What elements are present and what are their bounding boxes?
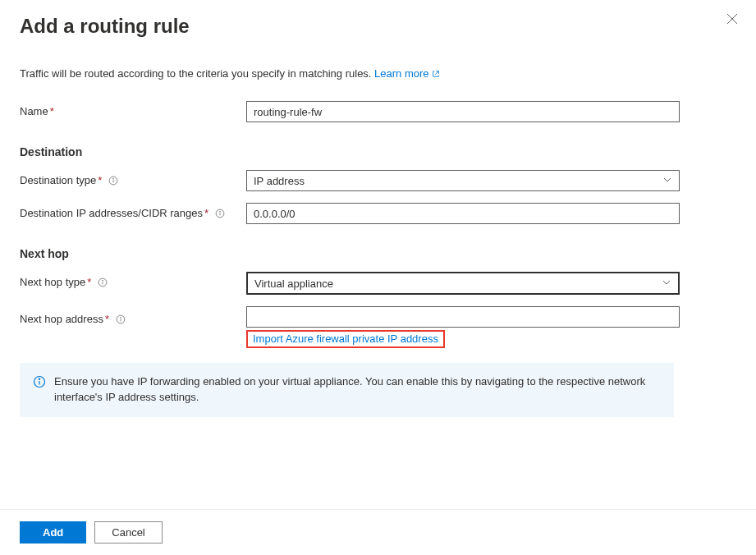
required-asterisk: * bbox=[204, 207, 208, 219]
svg-point-10 bbox=[103, 280, 103, 281]
destination-type-label-text: Destination type bbox=[20, 174, 96, 186]
close-button[interactable] bbox=[726, 13, 738, 27]
panel-footer: Add Cancel bbox=[0, 509, 756, 555]
svg-point-16 bbox=[39, 378, 39, 379]
intro-text-content: Traffic will be routed according to the … bbox=[20, 67, 374, 80]
required-asterisk: * bbox=[87, 276, 91, 288]
next-hop-heading: Next hop bbox=[20, 247, 736, 260]
info-icon[interactable] bbox=[215, 209, 225, 218]
next-hop-type-select[interactable]: Virtual appliance bbox=[246, 272, 680, 295]
panel-content: Add a routing rule Traffic will be route… bbox=[0, 0, 756, 509]
close-icon bbox=[726, 15, 738, 27]
import-firewall-ip-link[interactable]: Import Azure firewall private IP address bbox=[253, 333, 438, 345]
destination-type-row: Destination type* IP address bbox=[20, 170, 736, 191]
learn-more-link[interactable]: Learn more bbox=[374, 67, 440, 80]
add-button[interactable]: Add bbox=[20, 521, 86, 544]
next-hop-type-value: Virtual appliance bbox=[254, 278, 333, 290]
next-hop-address-input[interactable] bbox=[246, 306, 680, 328]
required-asterisk: * bbox=[105, 313, 109, 325]
svg-point-13 bbox=[120, 317, 121, 318]
destination-ip-label-text: Destination IP addresses/CIDR ranges bbox=[20, 207, 203, 219]
routing-rule-panel: Add a routing rule Traffic will be route… bbox=[0, 0, 756, 555]
next-hop-address-row: Next hop address* Import Azure firewall … bbox=[20, 306, 736, 348]
chevron-down-icon bbox=[662, 175, 672, 187]
next-hop-type-label: Next hop type* bbox=[20, 272, 246, 288]
destination-type-value: IP address bbox=[254, 175, 305, 187]
name-label: Name* bbox=[20, 101, 246, 117]
info-icon[interactable] bbox=[98, 278, 108, 287]
destination-heading: Destination bbox=[20, 145, 736, 158]
next-hop-address-label: Next hop address* bbox=[20, 306, 246, 325]
ip-forwarding-infobox: Ensure you have IP forwarding enabled on… bbox=[20, 363, 674, 417]
required-asterisk: * bbox=[50, 105, 54, 117]
name-input[interactable] bbox=[246, 101, 680, 122]
required-asterisk: * bbox=[98, 174, 102, 186]
cancel-button[interactable]: Cancel bbox=[94, 521, 162, 544]
destination-ip-input[interactable] bbox=[246, 203, 680, 224]
info-icon bbox=[33, 375, 46, 393]
info-icon[interactable] bbox=[108, 176, 118, 186]
destination-ip-label: Destination IP addresses/CIDR ranges* bbox=[20, 203, 246, 219]
destination-ip-row: Destination IP addresses/CIDR ranges* bbox=[20, 203, 736, 224]
destination-type-select[interactable]: IP address bbox=[246, 170, 680, 191]
page-title: Add a routing rule bbox=[20, 15, 736, 38]
infobox-text: Ensure you have IP forwarding enabled on… bbox=[54, 374, 661, 406]
next-hop-type-label-text: Next hop type bbox=[20, 276, 85, 288]
import-link-highlight: Import Azure firewall private IP address bbox=[246, 330, 445, 348]
svg-point-7 bbox=[219, 211, 220, 212]
external-link-icon bbox=[432, 67, 440, 80]
intro-text: Traffic will be routed according to the … bbox=[20, 67, 736, 80]
destination-type-label: Destination type* bbox=[20, 170, 246, 186]
chevron-down-icon bbox=[662, 278, 671, 290]
next-hop-type-row: Next hop type* Virtual appliance bbox=[20, 272, 736, 295]
name-row: Name* bbox=[20, 101, 736, 122]
info-icon[interactable] bbox=[116, 314, 126, 324]
svg-point-4 bbox=[113, 178, 114, 179]
name-label-text: Name bbox=[20, 105, 48, 117]
next-hop-address-label-text: Next hop address bbox=[20, 313, 103, 325]
learn-more-label: Learn more bbox=[374, 67, 428, 80]
